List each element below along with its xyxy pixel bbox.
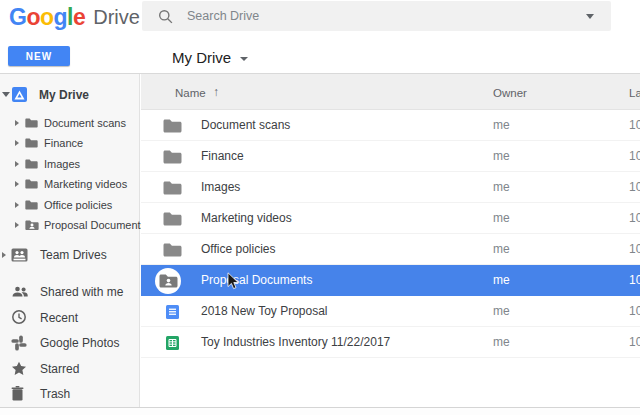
expand-arrow-icon[interactable] [15,181,19,187]
sidebar-folder-label: Finance [44,137,83,149]
photos-icon [11,334,29,351]
file-modified: 10 [629,180,640,194]
file-modified: 10 [629,211,640,225]
column-owner[interactable]: Owner [493,87,527,99]
sidebar-item-my-drive[interactable]: My Drive [0,84,140,106]
file-owner: me [493,118,510,132]
logo-letter: g [54,4,68,30]
folder-small-icon [25,179,38,189]
logo-letter: o [40,4,54,30]
google-logo: Google [9,2,85,32]
expand-arrow-icon[interactable] [15,140,19,146]
sort-ascending-icon[interactable]: ↑ [213,85,219,99]
file-modified: 10 [629,273,640,287]
sidebar-lower-list: Shared with me Recent Google Photos Star… [0,279,140,407]
sidebar-item-recent[interactable]: Recent [0,305,140,331]
google-sheets-icon [159,330,185,356]
file-owner: me [493,304,510,318]
file-row[interactable]: Finance me 10 [141,141,640,172]
new-button[interactable]: NEW [8,46,70,66]
bottom-strip [0,408,640,415]
google-drive-logo: Google Drive [9,2,140,32]
sidebar-folder-list: Document scans Finance Images Marketing … [0,113,140,235]
logo-letter: G [9,4,26,30]
search-input[interactable] [185,8,586,24]
file-name: Finance [201,149,244,163]
file-name: Marketing videos [201,211,292,225]
logo-letter: o [26,4,40,30]
sidebar-folder-label: Proposal Documents [44,219,146,231]
sidebar-item-label: Google Photos [40,336,119,350]
column-last-modified[interactable]: La [629,87,640,99]
folder-icon [159,113,185,139]
sidebar-team-drives-label: Team Drives [40,248,107,262]
file-name: Office policies [201,242,275,256]
search-bar[interactable] [142,1,611,31]
people-icon [11,283,29,300]
folder-icon [159,237,185,263]
clock-icon [11,309,29,326]
star-icon [11,360,29,377]
file-row[interactable]: Document scans me 10 [141,110,640,141]
sidebar: My Drive Document scans Finance Images M… [0,74,140,415]
file-name: Images [201,180,240,194]
sidebar-item-google-photos[interactable]: Google Photos [0,330,140,356]
top-bar: Google Drive [0,0,640,74]
search-options-caret-icon[interactable] [586,14,594,19]
chevron-down-icon [240,57,248,61]
file-row[interactable]: Office policies me 10 [141,234,640,265]
file-name: Proposal Documents [201,273,312,287]
file-modified: 10 [629,118,640,132]
file-row[interactable]: Proposal Documents me 10 [141,265,640,296]
file-owner: me [493,242,510,256]
file-owner: me [493,273,510,287]
sidebar-item-label: Shared with me [40,285,123,299]
trash-icon [11,385,29,402]
bottom-divider [0,407,640,408]
folder-icon [159,175,185,201]
file-modified: 10 [629,335,640,349]
google-docs-icon [159,299,185,325]
column-name[interactable]: Name [175,87,206,99]
folder-icon [159,206,185,232]
page-title[interactable]: My Drive [172,48,248,66]
file-row[interactable]: Toy Industries Inventory 11/22/2017 me 1… [141,327,640,358]
product-name: Drive [93,2,140,32]
sidebar-folder-label: Office policies [44,199,112,211]
file-row[interactable]: 2018 New Toy Proposal me 10 [141,296,640,327]
shared-folder-icon [155,268,181,294]
file-owner: me [493,180,510,194]
expand-arrow-icon[interactable] [15,222,19,228]
expand-arrow-icon[interactable] [15,202,19,208]
sidebar-folder-item[interactable]: Proposal Documents [0,215,140,235]
sidebar-folder-item[interactable]: Document scans [0,113,140,133]
team-drive-icon [11,248,28,262]
file-list-panel: Name ↑ Owner La Document scans me 10 Fin… [141,74,640,415]
file-modified: 10 [629,242,640,256]
sidebar-item-label: Trash [40,387,70,401]
sidebar-item-shared-with-me[interactable]: Shared with me [0,279,140,305]
folder-small-icon [25,159,38,169]
sidebar-item-trash[interactable]: Trash [0,381,140,407]
sidebar-folder-item[interactable]: Office policies [0,195,140,215]
folder-small-icon [25,200,38,210]
file-row[interactable]: Images me 10 [141,172,640,203]
expand-arrow-icon[interactable] [2,252,6,258]
list-header: Name ↑ Owner La [141,74,640,110]
file-owner: me [493,335,510,349]
sidebar-folder-item[interactable]: Marketing videos [0,174,140,194]
file-owner: me [493,211,510,225]
file-row[interactable]: Marketing videos me 10 [141,203,640,234]
expand-arrow-icon[interactable] [15,120,19,126]
expand-arrow-icon[interactable] [15,161,19,167]
sidebar-item-starred[interactable]: Starred [0,356,140,382]
sidebar-my-drive-label: My Drive [39,88,89,102]
file-modified: 10 [629,304,640,318]
sidebar-folder-item[interactable]: Finance [0,133,140,153]
collapse-arrow-icon[interactable] [2,92,10,97]
folder-icon [159,144,185,170]
sidebar-folder-label: Marketing videos [44,178,127,190]
page-title-label: My Drive [172,49,231,66]
sidebar-item-team-drives[interactable]: Team Drives [0,244,140,266]
sidebar-folder-item[interactable]: Images [0,154,140,174]
